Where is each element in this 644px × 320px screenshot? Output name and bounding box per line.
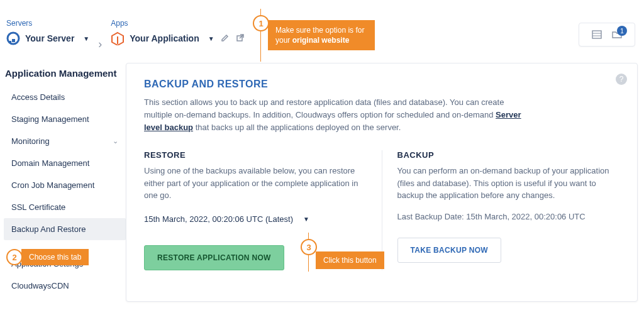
folder-icon[interactable]: 1 (611, 28, 623, 41)
apps-label: Apps (111, 19, 244, 28)
chevron-down-icon: ▼ (303, 216, 309, 223)
servers-label: Servers (6, 19, 89, 28)
help-icon[interactable]: ? (616, 74, 627, 85)
annotation-2: 2 Choose this tab (6, 249, 89, 265)
sidebar-item-access-details[interactable]: Access Details (4, 86, 126, 108)
take-backup-button[interactable]: TAKE BACKUP NOW (397, 238, 501, 263)
sidebar: Application Management Access Details St… (0, 63, 126, 302)
backup-select-value: 15th March, 2022, 00:20:06 UTC (Latest) (144, 214, 293, 224)
restore-text: Using one of the backups available below… (144, 165, 367, 202)
backup-column: BACKUP You can perform an on-demand back… (382, 150, 620, 270)
chevron-down-icon: ⌄ (113, 137, 118, 145)
restore-application-button[interactable]: RESTORE APPLICATION NOW (144, 245, 284, 270)
annotation-2-number: 2 (6, 249, 23, 265)
folder-badge: 1 (617, 26, 627, 36)
chevron-down-icon[interactable]: ▼ (208, 35, 214, 42)
app-name: Your Application (130, 33, 199, 43)
backup-select[interactable]: 15th March, 2022, 00:20:06 UTC (Latest) … (144, 212, 309, 226)
sidebar-item-domain-management[interactable]: Domain Management (4, 152, 126, 174)
servers-crumb[interactable]: Servers Your Server ▼ (6, 19, 89, 45)
annotation-1-text: Make sure the option is for your origina… (268, 20, 375, 50)
backup-title: BACKUP (397, 150, 620, 160)
sidebar-item-monitoring[interactable]: Monitoring ⌄ (4, 130, 126, 152)
annotation-1-number: 1 (253, 15, 269, 31)
sidebar-item-staging-management[interactable]: Staging Management (4, 108, 126, 130)
breadcrumb-separator: › (98, 38, 102, 53)
svg-rect-2 (9, 41, 11, 43)
apps-crumb[interactable]: Apps Your Application ▼ (111, 19, 244, 45)
sidebar-item-cloudwayscdn[interactable]: CloudwaysCDN (4, 275, 126, 297)
sidebar-item-backup-and-restore[interactable]: Backup And Restore (4, 218, 126, 240)
backup-text: You can perform an on-demand backup of y… (397, 165, 620, 202)
page-description: This section allows you to back up and r… (144, 96, 521, 134)
svg-point-0 (8, 33, 19, 44)
sidebar-title: Application Management (5, 68, 126, 79)
svg-rect-1 (12, 39, 15, 42)
sidebar-item-ssl-certificate[interactable]: SSL Certificate (4, 196, 126, 218)
annotation-2-text: Choose this tab (21, 249, 89, 265)
sidebar-item-cron-job-management[interactable]: Cron Job Management (4, 174, 126, 196)
annotation-3: 3 Click this button (308, 233, 384, 272)
annotation-3-number: 3 (301, 239, 317, 255)
chevron-down-icon[interactable]: ▼ (83, 35, 89, 42)
annotation-1: 1 Make sure the option is for your origi… (260, 9, 375, 62)
magento-icon (111, 31, 125, 45)
restore-title: RESTORE (144, 150, 367, 160)
list-icon[interactable] (591, 28, 603, 41)
server-provider-icon (6, 31, 20, 45)
last-backup-date: Last Backup Date: 15th March, 2022, 00:2… (397, 212, 620, 221)
edit-icon[interactable] (221, 33, 230, 44)
annotation-3-text: Click this button (316, 251, 384, 269)
toolbar-right: 1 (579, 23, 635, 47)
server-name: Your Server (25, 33, 74, 43)
page-title: BACKUP AND RESTORE (144, 79, 619, 90)
external-link-icon[interactable] (236, 33, 245, 44)
svg-rect-6 (592, 31, 601, 38)
